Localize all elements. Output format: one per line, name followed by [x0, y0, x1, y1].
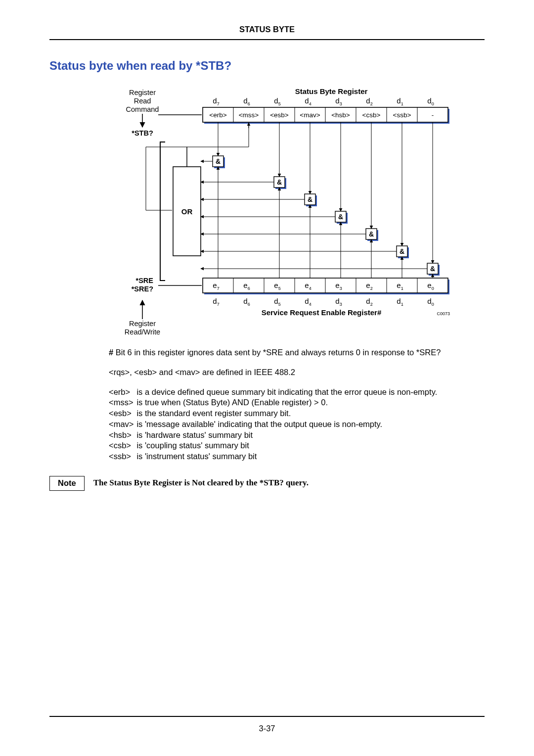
def-text: is 'instrument status' summary bit	[136, 451, 440, 462]
note-callout: Note The Status Byte Register is Not cle…	[49, 476, 485, 491]
svg-text:-: -	[432, 111, 434, 119]
section-title: Status byte when read by *STB?	[49, 59, 485, 73]
page-footer: 3-37	[49, 716, 485, 733]
def-row: <mav>is 'message available' indicating t…	[109, 419, 440, 430]
def-tag: <erb>	[109, 387, 136, 398]
svg-text:d4: d4	[305, 96, 311, 106]
reg-read-cmd-label: Register	[129, 89, 156, 96]
svg-text:Command: Command	[126, 105, 159, 113]
or-gate: OR	[181, 207, 193, 216]
svg-text:<erb>: <erb>	[209, 111, 226, 119]
def-tag: <csb>	[109, 440, 136, 451]
svg-text:d5: d5	[274, 96, 280, 106]
svg-text:d1: d1	[397, 297, 403, 307]
svg-text:d6: d6	[243, 96, 250, 106]
def-row: <mss>is true when (Status Byte) AND (Ena…	[109, 397, 440, 408]
diagram-code: C0073	[437, 311, 450, 316]
page-header: STATUS BYTE	[49, 25, 485, 39]
svg-text:<mav>: <mav>	[300, 111, 320, 119]
def-tag: <mss>	[109, 397, 136, 408]
svg-text:Read: Read	[134, 97, 151, 105]
svg-text:&: &	[308, 195, 312, 203]
def-text: is the standard event register summary b…	[136, 408, 440, 419]
sre-label: *SRE	[136, 277, 154, 284]
page-number: 3-37	[259, 724, 275, 733]
svg-text:&: &	[430, 265, 435, 273]
svg-text:d4: d4	[305, 297, 311, 307]
def-text: is 'coupling status' summary bit	[136, 440, 440, 451]
note-text: The Status Byte Register is Not cleared …	[93, 476, 309, 488]
status-byte-register-title: Status Byte Register	[295, 87, 368, 95]
svg-text:<esb>: <esb>	[270, 111, 289, 119]
note-label-box: Note	[49, 476, 85, 491]
svg-text:Register: Register	[129, 320, 156, 328]
svg-text:*SRE?: *SRE?	[132, 285, 153, 293]
svg-text:&: &	[338, 213, 343, 221]
svg-text:Commands: Commands	[124, 336, 161, 337]
stb-label: *STB?	[132, 129, 153, 137]
svg-text:d3: d3	[335, 297, 342, 307]
svg-text:d6: d6	[243, 297, 250, 307]
def-tag: <mav>	[109, 419, 136, 430]
def-tag: <esb>	[109, 408, 136, 419]
def-row: <csb>is 'coupling status' summary bit	[109, 440, 440, 451]
bit-definitions: <erb>is a device defined queue summary b…	[109, 387, 440, 462]
svg-text:d0: d0	[427, 297, 434, 307]
svg-text:d1: d1	[397, 96, 403, 106]
def-row: <ssb>is 'instrument status' summary bit	[109, 451, 440, 462]
svg-text:&: &	[216, 157, 221, 165]
hash-note: # Bit 6 in this register ignores data se…	[109, 347, 475, 358]
svg-text:&: &	[277, 178, 282, 186]
svg-text:d2: d2	[366, 96, 372, 106]
status-byte-diagram: Register Read Command *STB? Status Byte …	[74, 83, 460, 337]
svg-text:<ssb>: <ssb>	[393, 111, 411, 119]
def-row: <hsb>is 'hardware status' summary bit	[109, 430, 440, 441]
service-request-enable-register-title: Service Request Enable Register#	[262, 308, 382, 317]
svg-text:d7: d7	[213, 297, 219, 307]
svg-text:d3: d3	[335, 96, 342, 106]
svg-text:&: &	[369, 230, 374, 238]
def-row: <erb>is a device defined queue summary b…	[109, 387, 440, 398]
def-text: is true when (Status Byte) AND (Enable r…	[136, 397, 440, 408]
svg-text:<mss>: <mss>	[239, 111, 259, 119]
svg-text:d0: d0	[427, 96, 434, 106]
def-row: <esb>is the standard event register summ…	[109, 408, 440, 419]
def-text: is a device defined queue summary bit in…	[136, 387, 440, 398]
def-text: is 'hardware status' summary bit	[136, 430, 440, 441]
svg-text:d5: d5	[274, 297, 280, 307]
svg-text:d7: d7	[213, 96, 219, 106]
def-tag: <hsb>	[109, 430, 136, 441]
def-tag: <ssb>	[109, 451, 136, 462]
header-rule	[49, 39, 485, 40]
svg-text:<csb>: <csb>	[362, 111, 381, 119]
svg-text:Read/Write: Read/Write	[125, 328, 160, 336]
svg-text:&: &	[400, 247, 404, 255]
ieee-note: <rqs>, <esb> and <mav> are defined in IE…	[109, 367, 475, 378]
def-text: is 'message available' indicating that t…	[136, 419, 440, 430]
svg-text:<hsb>: <hsb>	[331, 111, 350, 119]
diagram-container: Register Read Command *STB? Status Byte …	[49, 83, 485, 337]
svg-text:d2: d2	[366, 297, 372, 307]
